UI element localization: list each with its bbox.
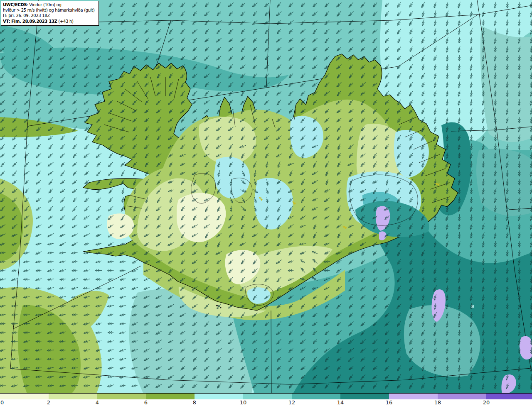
legend-tick-label: 12 (288, 399, 296, 406)
legend-color-segment (243, 394, 292, 399)
init-time: IT: þri. 26. 09. 2023 18Z (3, 13, 97, 18)
wind-forecast-map (0, 0, 532, 394)
legend-color-segment (438, 394, 486, 399)
legend-tick-label: 0 (0, 399, 4, 406)
legend-color-segment (292, 394, 340, 399)
legend-tick-label: 2 (47, 399, 50, 406)
island-dot (220, 307, 222, 308)
legend-tick-label: 4 (96, 399, 99, 406)
valid-time: VT: Fim. 28.09.2023 13Z (+43 h) (3, 19, 97, 24)
forecast-title-box: UWC/ECDS: Vindur (10m) og hviður > 25 m/… (1, 1, 99, 26)
legend-tick-label: 20 (483, 399, 490, 406)
legend-color-segment (49, 394, 97, 399)
legend-color-segment (146, 394, 195, 399)
wind-speed-legend: 02468101214161820 (0, 393, 532, 406)
title-line-2: hviður > 25 m/s (hvítt) og hámarkshviða … (3, 7, 97, 13)
legend-tick-label: 8 (193, 399, 196, 406)
legend-colorbar (0, 394, 532, 399)
legend-tick-label: 6 (144, 399, 148, 406)
title-line-1: UWC/ECDS: Vindur (10m) og (3, 2, 97, 7)
legend-color-segment (486, 394, 532, 399)
legend-color-segment (195, 394, 243, 399)
legend-tick-label: 10 (240, 399, 247, 406)
legend-tick-labels: 02468101214161820 (0, 399, 532, 406)
legend-tick-label: 18 (434, 399, 441, 406)
legend-color-segment (0, 394, 49, 399)
legend-color-segment (97, 394, 146, 399)
island-dot (216, 305, 218, 306)
legend-tick-label: 14 (337, 399, 344, 406)
legend-tick-label: 16 (386, 399, 393, 406)
legend-color-segment (340, 394, 389, 399)
weather-map-page: UWC/ECDS: Vindur (10m) og hviður > 25 m/… (0, 0, 532, 406)
model-name: UWC/ECDS (3, 2, 27, 7)
legend-color-segment (389, 394, 438, 399)
